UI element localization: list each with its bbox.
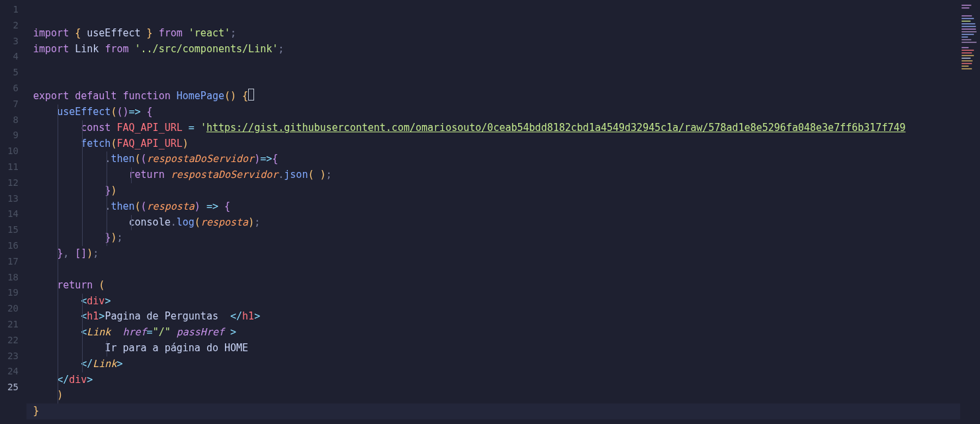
code-line[interactable] xyxy=(26,58,960,73)
indent-guide xyxy=(58,215,58,231)
line-number[interactable]: 8 xyxy=(0,112,26,128)
indent-guide xyxy=(82,120,83,136)
minimap-line xyxy=(961,55,974,56)
line-number-gutter[interactable]: 1234567891011121314151617181920212223242… xyxy=(0,0,26,424)
line-number[interactable]: 12 xyxy=(0,175,26,191)
line-number[interactable]: 19 xyxy=(0,285,26,301)
code-line[interactable]: </Link> xyxy=(26,357,960,372)
line-number[interactable]: 15 xyxy=(0,222,26,238)
line-number[interactable]: 22 xyxy=(0,333,26,349)
line-number[interactable]: 21 xyxy=(0,317,26,333)
line-number[interactable]: 18 xyxy=(0,270,26,286)
line-number[interactable]: 7 xyxy=(0,97,26,112)
minimap-line xyxy=(961,15,972,17)
line-number[interactable]: 4 xyxy=(0,49,26,65)
line-number[interactable]: 9 xyxy=(0,128,26,144)
line-number[interactable]: 10 xyxy=(0,144,26,159)
indent-guide xyxy=(82,199,83,215)
indent-guide xyxy=(82,230,83,246)
indent-guide xyxy=(82,357,83,372)
indent-guide xyxy=(82,309,83,325)
code-line[interactable] xyxy=(26,262,960,278)
minimap-line xyxy=(961,47,969,48)
minimap-line xyxy=(961,50,974,51)
indent-guide xyxy=(82,215,83,231)
line-number[interactable]: 17 xyxy=(0,254,26,270)
indent-guide xyxy=(107,230,107,246)
indent-guide xyxy=(58,167,58,183)
code-line[interactable]: }) xyxy=(26,183,960,199)
code-editor: 1234567891011121314151617181920212223242… xyxy=(0,0,980,424)
indent-guide xyxy=(107,341,107,357)
line-number[interactable]: 20 xyxy=(0,301,26,317)
code-line[interactable]: return respostaDoServidor.json( ); xyxy=(26,167,960,183)
indent-guide xyxy=(82,136,83,152)
indent-guide xyxy=(58,262,58,278)
code-line[interactable] xyxy=(26,73,960,89)
minimap-line xyxy=(961,5,971,6)
code-line[interactable]: <div> xyxy=(26,294,960,310)
code-line[interactable]: return ( xyxy=(26,278,960,294)
line-number[interactable]: 1 xyxy=(0,2,26,18)
indent-guide xyxy=(131,167,132,183)
indent-guide xyxy=(82,183,83,199)
code-line[interactable]: .then((respostaDoServidor)=>{ xyxy=(26,151,960,167)
indent-guide xyxy=(107,167,107,183)
line-number[interactable]: 3 xyxy=(0,34,26,50)
line-number[interactable]: 11 xyxy=(0,159,26,175)
indent-guide xyxy=(107,151,107,167)
code-line[interactable]: .then((resposta) => { xyxy=(26,199,960,215)
indent-guide xyxy=(58,325,58,341)
code-line[interactable]: console.log(resposta); xyxy=(26,215,960,231)
code-line[interactable]: import Link from '../src/components/Link… xyxy=(26,42,960,58)
code-line[interactable]: fetch(FAQ_API_URL) xyxy=(26,136,960,152)
line-number[interactable]: 24 xyxy=(0,364,26,380)
code-line[interactable]: </div> xyxy=(26,372,960,388)
minimap-line xyxy=(961,44,976,46)
code-area[interactable]: import { useEffect } from 'react';import… xyxy=(26,0,960,424)
indent-guide xyxy=(107,215,107,231)
minimap-line xyxy=(961,36,968,38)
code-line[interactable]: }, []); xyxy=(26,246,960,262)
indent-guide xyxy=(58,309,58,325)
minimap-line xyxy=(961,23,975,24)
minimap-line xyxy=(961,68,972,69)
line-number[interactable]: 5 xyxy=(0,65,26,81)
indent-guide xyxy=(58,278,58,294)
code-line[interactable]: import { useEffect } from 'react'; xyxy=(26,26,960,42)
minimap-line xyxy=(961,34,974,35)
code-line[interactable]: <h1>Pagina de Perguntas </h1> xyxy=(26,309,960,325)
indent-guide xyxy=(58,136,58,152)
minimap-line xyxy=(961,65,969,67)
code-line[interactable]: export default function HomePage() { xyxy=(26,89,960,105)
line-number[interactable]: 16 xyxy=(0,238,26,254)
indent-guide xyxy=(58,199,58,215)
line-number[interactable]: 13 xyxy=(0,191,26,207)
line-number[interactable]: 25 xyxy=(0,380,26,396)
indent-guide xyxy=(82,167,83,183)
minimap-line xyxy=(961,39,971,40)
horizontal-scrollbar[interactable] xyxy=(53,417,940,424)
line-number[interactable]: 23 xyxy=(0,349,26,364)
indent-guide xyxy=(82,341,83,357)
indent-guide xyxy=(58,151,58,167)
code-line[interactable]: }); xyxy=(26,230,960,246)
code-line[interactable]: <Link href="/" passHref > xyxy=(26,325,960,341)
minimap-line xyxy=(961,13,974,14)
minimap[interactable] xyxy=(960,0,980,424)
indent-guide xyxy=(58,294,58,310)
line-number[interactable]: 6 xyxy=(0,81,26,97)
line-number[interactable]: 2 xyxy=(0,18,26,34)
code-line[interactable]: ) xyxy=(26,388,960,403)
indent-guide xyxy=(82,325,83,341)
minimap-line xyxy=(961,7,969,9)
minimap-line xyxy=(961,63,972,64)
indent-guide xyxy=(58,372,58,388)
indent-guide xyxy=(58,230,58,246)
indent-guide xyxy=(82,294,83,310)
code-line[interactable]: useEffect(()=> { xyxy=(26,105,960,120)
code-line[interactable]: Ir para a página do HOME xyxy=(26,341,960,357)
line-number[interactable]: 14 xyxy=(0,206,26,222)
minimap-line xyxy=(961,26,976,27)
code-line[interactable]: const FAQ_API_URL = 'https://gist.github… xyxy=(26,120,960,136)
